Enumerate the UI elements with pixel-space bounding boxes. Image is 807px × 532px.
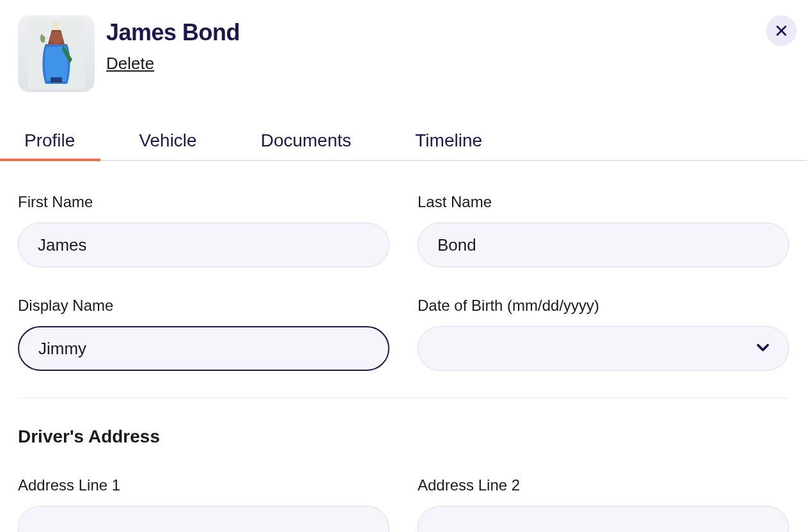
tabs: Profile Vehicle Documents Timeline (0, 130, 807, 161)
field-last-name: Last Name (418, 193, 789, 267)
tab-timeline[interactable]: Timeline (415, 130, 482, 160)
field-dob: Date of Birth (mm/dd/yyyy) (418, 297, 789, 371)
svg-rect-1 (53, 21, 58, 30)
field-display-name: Display Name (18, 297, 389, 371)
tab-vehicle[interactable]: Vehicle (139, 130, 196, 160)
field-first-name: First Name (18, 193, 389, 267)
svg-rect-3 (51, 77, 62, 82)
tab-documents[interactable]: Documents (261, 130, 352, 160)
field-address-2: Address Line 2 (418, 476, 789, 532)
last-name-label: Last Name (418, 193, 789, 211)
address2-input[interactable] (418, 506, 789, 532)
field-address-1: Address Line 1 (18, 476, 389, 532)
form-area: First Name Last Name Display Name Date o… (0, 161, 807, 532)
tab-profile[interactable]: Profile (24, 130, 75, 160)
last-name-input[interactable] (418, 223, 789, 267)
address2-label: Address Line 2 (418, 476, 789, 494)
avatar-image (27, 19, 85, 89)
header: James Bond Delete (0, 0, 807, 92)
address-section-title: Driver's Address (18, 426, 789, 447)
profile-name: James Bond (106, 19, 240, 46)
avatar (18, 15, 95, 92)
close-button[interactable] (766, 15, 797, 46)
first-name-input[interactable] (18, 223, 389, 267)
display-name-input[interactable] (18, 326, 389, 371)
delete-link[interactable]: Delete (106, 54, 154, 74)
first-name-label: First Name (18, 193, 389, 211)
address1-label: Address Line 1 (18, 476, 389, 494)
display-name-label: Display Name (18, 297, 389, 315)
dob-input[interactable] (418, 326, 789, 371)
name-block: James Bond Delete (106, 15, 240, 74)
close-icon (774, 24, 788, 38)
section-divider (18, 398, 789, 398)
dob-label: Date of Birth (mm/dd/yyyy) (418, 297, 789, 315)
address1-input[interactable] (18, 506, 389, 532)
svg-point-2 (50, 31, 63, 44)
